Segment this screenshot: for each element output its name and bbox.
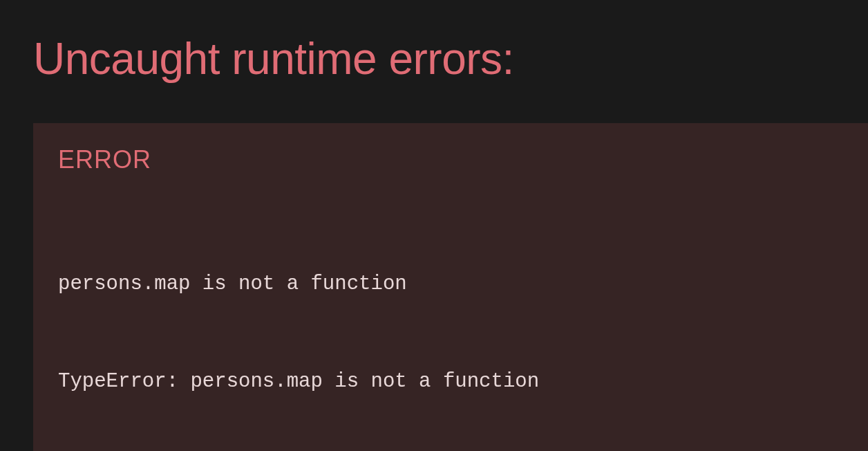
- page-title: Uncaught runtime errors:: [33, 33, 835, 84]
- stack-trace: persons.map is not a function TypeError:…: [58, 203, 843, 451]
- error-label: ERROR: [58, 145, 843, 174]
- error-message: persons.map is not a function: [58, 268, 843, 301]
- error-panel: ERROR persons.map is not a function Type…: [33, 123, 868, 451]
- error-type-line: TypeError: persons.map is not a function: [58, 366, 843, 398]
